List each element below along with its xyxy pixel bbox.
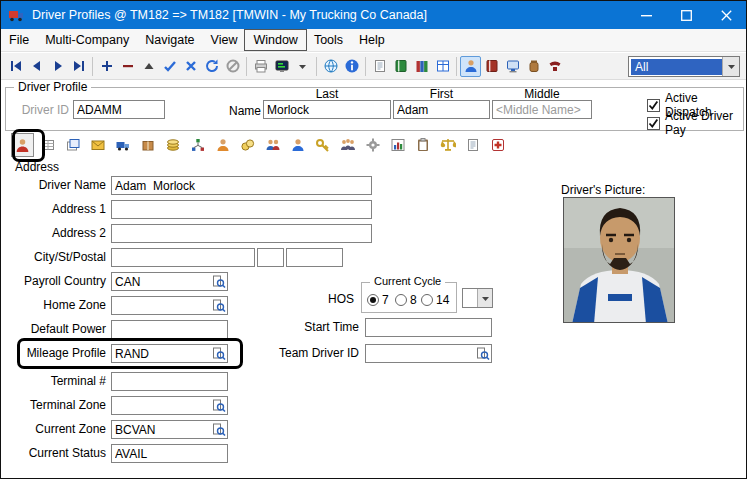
cycle-radio-14[interactable]: 14 — [421, 293, 449, 307]
terminal-screen-icon[interactable] — [271, 56, 292, 77]
tab-chart-icon[interactable] — [386, 133, 409, 157]
chevron-down-icon[interactable] — [477, 289, 492, 307]
start-time-input[interactable] — [365, 318, 492, 337]
driver-name-input[interactable] — [111, 176, 372, 195]
payroll-country-lookup-icon[interactable] — [211, 274, 226, 289]
mileage-profile-lookup-icon[interactable] — [211, 346, 226, 361]
tab-equipment-icon[interactable] — [361, 133, 384, 157]
postal-input[interactable] — [286, 248, 343, 267]
previous-record-icon[interactable] — [26, 56, 47, 77]
tab-clipboard-icon[interactable] — [411, 133, 434, 157]
tab-address-icon[interactable] — [11, 133, 34, 157]
caret-up-icon[interactable] — [138, 56, 159, 77]
terminal-zone-lookup-icon[interactable] — [211, 398, 226, 413]
title-bar: Driver Profiles @ TM182 => TM182 [TMWIN … — [1, 1, 746, 29]
last-record-icon[interactable] — [68, 56, 89, 77]
minimize-button[interactable] — [626, 1, 666, 29]
toolbar-filter-combo[interactable]: All — [628, 56, 740, 77]
tab-grid-icon[interactable] — [36, 133, 59, 157]
web-globe-icon[interactable] — [320, 56, 341, 77]
tab-cards-icon[interactable] — [61, 133, 84, 157]
middle-name-input[interactable] — [492, 100, 592, 119]
tab-truck-icon[interactable] — [111, 133, 134, 157]
refresh-icon[interactable] — [201, 56, 222, 77]
close-button[interactable] — [706, 1, 746, 29]
current-zone-lookup-icon[interactable] — [211, 422, 226, 437]
notes-icon[interactable] — [369, 56, 390, 77]
workstation-icon[interactable] — [502, 56, 523, 77]
tab-user-orange-icon[interactable] — [211, 133, 234, 157]
tab-scale-icon[interactable] — [436, 133, 459, 157]
red-book-icon[interactable] — [481, 56, 502, 77]
tab-coins-icon[interactable] — [236, 133, 259, 157]
city-input[interactable] — [111, 248, 255, 267]
first-header: First — [393, 87, 490, 101]
active-driver-pay-label: Active Driver Pay — [665, 109, 746, 137]
menu-file[interactable]: File — [1, 30, 37, 50]
middle-header: Middle — [492, 87, 592, 101]
tab-team-icon[interactable] — [336, 133, 359, 157]
cancel-x-icon[interactable] — [180, 56, 201, 77]
active-driver-pay-checkbox[interactable]: Active Driver Pay — [647, 109, 746, 137]
state-input[interactable] — [257, 248, 284, 267]
cycle-radio-7[interactable]: 7 — [367, 293, 389, 307]
address1-label: Address 1 — [3, 200, 106, 219]
city-st-postal-label: City/St/Postal — [3, 248, 106, 267]
current-status-input[interactable] — [111, 444, 228, 463]
default-power-input[interactable] — [111, 320, 228, 339]
tab-network-icon[interactable] — [186, 133, 209, 157]
menu-navigate[interactable]: Navigate — [137, 30, 202, 50]
tab-strip — [11, 133, 509, 157]
phone-icon[interactable] — [544, 56, 565, 77]
menu-multi-company[interactable]: Multi-Company — [37, 30, 137, 50]
next-record-icon[interactable] — [47, 56, 68, 77]
driver-photo — [563, 197, 675, 323]
checkbox-check-icon — [647, 117, 660, 130]
address2-label: Address 2 — [3, 224, 106, 243]
tab-money-icon[interactable] — [161, 133, 184, 157]
selected-tab-label: Address — [15, 160, 59, 174]
tab-user-blue-icon[interactable] — [286, 133, 309, 157]
first-name-input[interactable] — [393, 100, 490, 119]
team-driver-id-input[interactable] — [365, 344, 492, 363]
home-zone-lookup-icon[interactable] — [211, 298, 226, 313]
driver-id-input[interactable] — [73, 100, 165, 119]
toolbar-separator — [316, 57, 317, 76]
tab-mail-icon[interactable] — [86, 133, 109, 157]
abort-icon[interactable] — [222, 56, 243, 77]
maximize-button[interactable] — [666, 1, 706, 29]
address1-input[interactable] — [111, 200, 372, 219]
cycle-14-label: 14 — [436, 293, 449, 307]
menu-window[interactable]: Window — [245, 30, 305, 50]
driver-profiles-window: Driver Profiles @ TM182 => TM182 [TMWIN … — [0, 0, 747, 479]
tab-package-icon[interactable] — [136, 133, 159, 157]
terminal-number-label: Terminal # — [3, 372, 106, 391]
tab-users-icon[interactable] — [261, 133, 284, 157]
screen-dropdown-arrow-icon[interactable] — [292, 56, 313, 77]
terminal-number-input[interactable] — [111, 372, 228, 391]
tab-key-icon[interactable] — [311, 133, 334, 157]
cycle-radio-8[interactable]: 8 — [395, 293, 417, 307]
books-icon[interactable] — [411, 56, 432, 77]
last-name-input[interactable] — [263, 100, 391, 119]
address2-input[interactable] — [111, 224, 372, 243]
ledger-icon[interactable] — [390, 56, 411, 77]
menu-help[interactable]: Help — [351, 30, 393, 50]
cycle-dropdown[interactable] — [462, 288, 493, 308]
windows-grid-icon[interactable] — [432, 56, 453, 77]
print-icon[interactable] — [250, 56, 271, 77]
menu-view[interactable]: View — [203, 30, 246, 50]
confirm-check-icon[interactable] — [159, 56, 180, 77]
tab-medical-icon[interactable] — [486, 133, 509, 157]
delete-record-icon[interactable] — [117, 56, 138, 77]
first-record-icon[interactable] — [5, 56, 26, 77]
driver-icon[interactable] — [460, 56, 481, 77]
menu-tools[interactable]: Tools — [306, 30, 351, 50]
chevron-down-icon[interactable] — [722, 57, 739, 76]
container-icon[interactable] — [523, 56, 544, 77]
info-icon[interactable] — [341, 56, 362, 77]
tab-notes-icon[interactable] — [461, 133, 484, 157]
cycle-8-label: 8 — [410, 293, 417, 307]
team-driver-id-lookup-icon[interactable] — [475, 346, 490, 361]
insert-record-icon[interactable] — [96, 56, 117, 77]
